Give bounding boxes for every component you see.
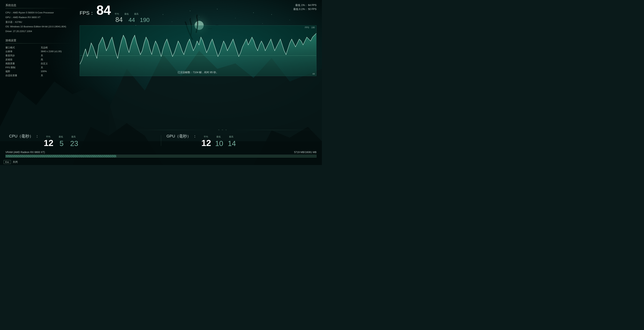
fps-col-max: 最高 [134, 12, 138, 16]
fps-col-min: 最低 [124, 12, 129, 16]
settings-key: 自适应质量 [6, 74, 39, 77]
fps-avg-small: 84 [114, 16, 124, 24]
cpu-metric-colon: ： [35, 134, 39, 139]
cpu-min-value: 5 [57, 140, 66, 147]
settings-value: 关 [41, 66, 74, 69]
settings-key: 视野 [6, 70, 39, 73]
vram-info-row: VRAM (AMD Radeon RX 6800 XT) 5719 MB/160… [6, 151, 316, 154]
chart-rendered-info: 已渲染帧数：7104 帧，耗时 85 秒。 [178, 71, 218, 74]
fps-chart: FPS 190 44 [80, 25, 316, 76]
cpu-col-headers: 平均 最低 最高 [44, 135, 78, 138]
cpu-info: CPU：AMD Ryzen 5 5600X 6-Core Processor [6, 11, 74, 15]
gpu-metric-block: GPU（毫秒） ： 平均 最低 最高 12 10 14 [166, 134, 313, 148]
gpu-metric-colon: ： [193, 134, 197, 139]
game-settings-title: 游戏设置 [6, 39, 74, 42]
fps-low1-row: 最低 1%： 64 FPS [295, 4, 316, 7]
esc-badge[interactable]: Esc [4, 160, 11, 164]
top-section: 系统信息 CPU：AMD Ryzen 5 5600X 6-Core Proces… [0, 0, 322, 128]
settings-key: FPS 限制 [6, 66, 39, 69]
system-info-title: 系统信息 [6, 4, 74, 7]
fps-label: FPS： [80, 10, 94, 16]
fps-low01-label: 最低 0.1%： [293, 8, 308, 10]
gpu-info: GPU：AMD Radeon RX 6800 XT [6, 16, 74, 20]
game-settings-divider [6, 43, 74, 44]
gpu-col-headers: 平均 最低 最高 [201, 135, 236, 138]
bottom-divider: ~ ~ ~ [0, 128, 322, 131]
gpu-metric-stats: 平均 最低 最高 12 10 14 [201, 135, 236, 148]
settings-value: 关 [41, 54, 74, 57]
vram-section: VRAM (AMD Radeon RX 6800 XT) 5719 MB/160… [0, 148, 322, 159]
settings-value: 无边框 [41, 46, 74, 49]
metrics-section: CPU（毫秒） ： 平均 最低 最高 12 5 23 GPU（毫秒） ： [0, 132, 322, 148]
fps-low01-row: 最低 0.1%： 50 FPS [293, 8, 316, 11]
settings-key: 窗口模式 [6, 46, 39, 49]
fps-avg-value: 84 [96, 4, 111, 17]
footer: Esc 关闭 [0, 159, 322, 165]
cpu-col-max: 最高 [69, 135, 78, 138]
fps-low1-label: 最低 1%： [295, 4, 307, 6]
fps-min-value: 44 [127, 17, 136, 23]
gpu-col-max: 最高 [227, 135, 236, 138]
vram-value: 5719 MB/16081 MB [294, 151, 316, 154]
vram-bar-fill [6, 155, 116, 158]
gpu-stat-values: 12 10 14 [201, 139, 236, 148]
vram-label: VRAM (AMD Radeon RX 6800 XT) [6, 151, 45, 154]
settings-key: 分辨率 [6, 50, 39, 53]
settings-key: 反锯齿 [6, 58, 39, 61]
settings-value: 高 [41, 58, 74, 61]
driver-info: Driver: 27.20.22017.1004 [6, 30, 74, 33]
game-settings-section: 游戏设置 窗口模式无边框分辨率3840 x 2160 (x1.00)垂直同步关反… [6, 39, 74, 77]
gpu-avg-value: 12 [201, 139, 211, 148]
fps-col-avg: 平均 [114, 12, 119, 16]
chart-fps-label: FPS [305, 26, 309, 29]
cpu-metric-label: CPU（毫秒） [9, 134, 33, 139]
cpu-metric-block: CPU（毫秒） ： 平均 最低 最高 12 5 23 [9, 134, 156, 148]
metrics-divider [161, 135, 161, 146]
fps-header: FPS： 84 平均 最低 最高 84 44 [80, 4, 316, 24]
settings-key: 画面质量 [6, 62, 39, 65]
gpu-col-min: 最低 [214, 135, 223, 138]
system-info-section: 系统信息 CPU：AMD Ryzen 5 5600X 6-Core Proces… [6, 4, 74, 33]
fps-main: FPS： 84 平均 最低 最高 84 44 [80, 4, 151, 24]
cpu-metric-stats: 平均 最低 最高 12 5 23 [44, 135, 78, 148]
close-label[interactable]: 关闭 [13, 160, 18, 164]
chart-max-label: 190 [311, 26, 315, 29]
left-panel: 系统信息 CPU：AMD Ryzen 5 5600X 6-Core Proces… [6, 4, 74, 126]
vram-bar-background [6, 155, 316, 158]
settings-value: 3840 x 2160 (x1.00) [41, 50, 74, 53]
settings-value: 自定义 [41, 62, 74, 65]
chart-min-label: 44 [312, 73, 315, 75]
fps-low01-value: 50 FPS [308, 8, 316, 10]
gpu-col-avg: 平均 [201, 135, 210, 138]
display-info: 显示器：X278U [6, 20, 74, 24]
settings-value: 关 [41, 74, 74, 77]
os-info: OS: Windows 10 Business Edition 64-bit (… [6, 25, 74, 28]
fps-low1-value: 64 FPS [308, 4, 316, 6]
settings-value: 100% [41, 70, 74, 73]
fps-chart-svg [80, 26, 316, 76]
main-content: 系统信息 CPU：AMD Ryzen 5 5600X 6-Core Proces… [0, 0, 322, 165]
cpu-max-value: 23 [70, 140, 79, 147]
cpu-col-min: 最低 [56, 135, 65, 138]
cpu-stat-values: 12 5 23 [44, 139, 78, 148]
fps-max-value: 190 [140, 17, 150, 23]
gpu-metric-label: GPU（毫秒） [166, 134, 191, 139]
gpu-min-value: 10 [215, 140, 224, 147]
settings-key: 垂直同步 [6, 54, 39, 57]
cpu-col-avg: 平均 [44, 135, 53, 138]
gpu-max-value: 14 [228, 140, 236, 147]
fps-panel: FPS： 84 平均 最低 最高 84 44 [74, 4, 316, 126]
fps-right-stats: 最低 1%： 64 FPS 最低 0.1%： 50 FPS [293, 4, 316, 11]
settings-grid: 窗口模式无边框分辨率3840 x 2160 (x1.00)垂直同步关反锯齿高画面… [6, 46, 74, 77]
cpu-avg-value: 12 [44, 139, 53, 148]
